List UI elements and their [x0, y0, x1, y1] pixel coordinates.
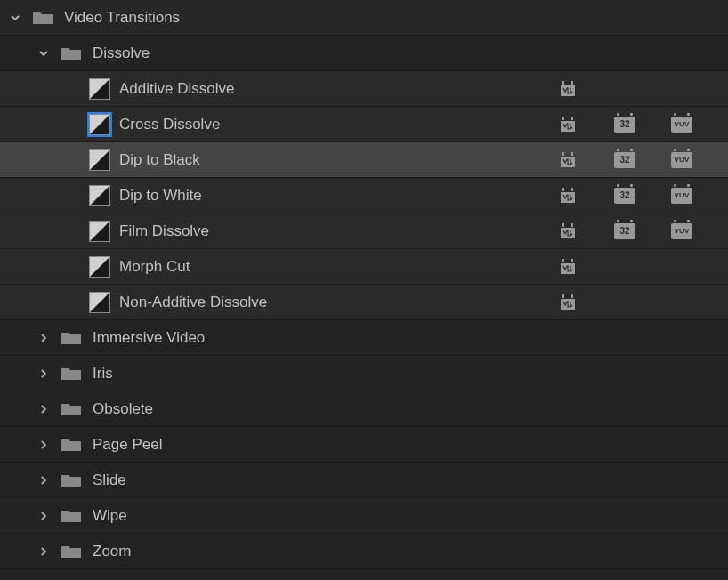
transition-label: Morph Cut [119, 258, 557, 276]
svg-rect-12 [562, 294, 564, 298]
gpu-accelerated-icon [557, 294, 578, 311]
transition-item[interactable]: Additive Dissolve [0, 71, 728, 107]
yuv-badge: YUV [671, 116, 692, 133]
gpu-accelerated-icon [557, 151, 578, 169]
folder-label: Dissolve [93, 44, 719, 62]
gpu-accelerated-icon [557, 222, 578, 240]
transition-item[interactable]: Dip to White32YUV [0, 178, 728, 213]
svg-rect-8 [562, 223, 564, 227]
badge-group [557, 80, 719, 98]
transition-icon [89, 185, 110, 206]
gpu-accelerated-icon [557, 116, 578, 133]
svg-rect-2 [562, 117, 564, 120]
transition-icon [89, 292, 110, 313]
transition-label: Additive Dissolve [119, 80, 557, 98]
chevron-right-icon[interactable] [36, 401, 52, 417]
svg-rect-7 [571, 188, 573, 191]
transition-item[interactable]: Dip to Black32YUV [0, 142, 728, 178]
chevron-down-icon[interactable] [36, 45, 52, 61]
chevron-right-icon[interactable] [36, 508, 52, 524]
folder-label: Immersive Video [93, 329, 719, 347]
folder-label: Page Peel [93, 436, 719, 454]
folder-label: Video Transitions [64, 9, 719, 27]
transition-item[interactable]: Cross Dissolve32YUV [0, 107, 728, 142]
folder-item[interactable]: Iris [0, 356, 728, 391]
transition-label: Dip to Black [119, 151, 557, 169]
chevron-right-icon[interactable] [36, 330, 52, 346]
badge-group [557, 258, 719, 276]
folder-item[interactable]: Wipe [0, 498, 728, 534]
folder-item[interactable]: Slide [0, 463, 728, 498]
b32-badge: 32 [614, 187, 635, 205]
folder-icon [59, 401, 84, 417]
folder-icon [59, 472, 84, 488]
badge-group: 32YUV [557, 116, 719, 133]
svg-rect-6 [562, 188, 564, 191]
badge-group: 32YUV [557, 222, 719, 240]
transition-item[interactable]: Non-Additive Dissolve [0, 285, 728, 320]
transition-icon [89, 149, 110, 171]
transition-icon [89, 114, 110, 135]
transition-icon [89, 221, 110, 242]
folder-icon [59, 45, 84, 61]
folder-item[interactable]: Immersive Video [0, 320, 728, 356]
folder-icon [59, 366, 84, 382]
gpu-accelerated-icon [557, 258, 578, 276]
svg-rect-4 [562, 152, 564, 156]
effects-tree: Video Transitions Dissolve Additive Diss… [0, 0, 728, 569]
transition-label: Dip to White [119, 187, 557, 205]
chevron-right-icon[interactable] [36, 437, 52, 453]
transition-item[interactable]: Film Dissolve32YUV [0, 213, 728, 249]
folder-item[interactable]: Zoom [0, 534, 728, 569]
folder-label: Iris [93, 365, 719, 383]
chevron-down-icon[interactable] [7, 10, 23, 26]
svg-rect-1 [571, 81, 573, 85]
transition-label: Non-Additive Dissolve [119, 294, 557, 311]
b32-badge: 32 [614, 116, 635, 133]
folder-label: Wipe [93, 507, 719, 525]
folder-item[interactable]: Page Peel [0, 427, 728, 463]
svg-rect-0 [562, 81, 564, 85]
folder-label: Slide [93, 471, 719, 489]
folder-icon [30, 10, 55, 26]
svg-rect-11 [571, 259, 573, 262]
folder-icon [59, 544, 84, 560]
folder-video-transitions[interactable]: Video Transitions [0, 0, 728, 36]
chevron-right-icon[interactable] [36, 472, 52, 488]
badge-group: 32YUV [557, 187, 719, 205]
folder-icon [59, 437, 84, 453]
chevron-right-icon[interactable] [36, 544, 52, 560]
transition-item[interactable]: Morph Cut [0, 249, 728, 285]
yuv-badge: YUV [671, 222, 692, 240]
transition-icon [89, 256, 110, 278]
folder-label: Zoom [93, 543, 719, 560]
b32-badge: 32 [614, 151, 635, 169]
transition-label: Film Dissolve [119, 222, 557, 240]
b32-badge: 32 [614, 222, 635, 240]
svg-rect-3 [571, 117, 573, 120]
yuv-badge: YUV [671, 151, 692, 169]
svg-rect-9 [571, 223, 573, 227]
folder-dissolve[interactable]: Dissolve [0, 36, 728, 71]
transition-icon [89, 78, 110, 100]
folder-label: Obsolete [93, 400, 719, 418]
folder-item[interactable]: Obsolete [0, 391, 728, 427]
folder-icon [59, 508, 84, 524]
gpu-accelerated-icon [557, 80, 578, 98]
badge-group: 32YUV [557, 151, 719, 169]
gpu-accelerated-icon [557, 187, 578, 205]
svg-rect-10 [562, 259, 564, 262]
chevron-right-icon[interactable] [36, 366, 52, 382]
yuv-badge: YUV [671, 187, 692, 205]
folder-icon [59, 330, 84, 346]
svg-rect-5 [571, 152, 573, 156]
transition-label: Cross Dissolve [119, 116, 557, 133]
badge-group [557, 294, 719, 311]
svg-rect-13 [571, 294, 573, 298]
